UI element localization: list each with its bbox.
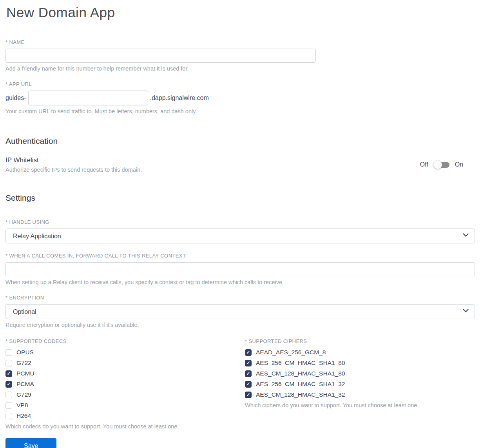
save-button[interactable]: Save <box>5 438 56 448</box>
codec-option-VP8[interactable]: VP8 <box>5 402 245 409</box>
checkbox-checked-icon[interactable] <box>245 381 252 388</box>
supported-codecs-label: * SUPPORTED CODECS <box>5 338 245 344</box>
ciphers-helper: Which ciphers do you want to support. Yo… <box>245 402 475 408</box>
supported-ciphers-group: * SUPPORTED CIPHERS AEAD_AES_256_GCM_8AE… <box>245 338 475 430</box>
ip-whitelist-helper: Authorize specific IPs to send requests … <box>5 167 142 173</box>
codec-option-PCMA[interactable]: PCMA <box>5 381 245 388</box>
supported-codecs-group: * SUPPORTED CODECS OPUSG722PCMUPCMAG729V… <box>5 338 245 430</box>
codecs-helper: Which codecs do you want to support. You… <box>5 423 245 430</box>
app-url-label: * APP URL <box>5 81 475 87</box>
cipher-option-AES_CM_128_HMAC_SHA1_80[interactable]: AES_CM_128_HMAC_SHA1_80 <box>245 370 475 377</box>
checkbox-unchecked-icon[interactable] <box>5 360 12 366</box>
checkbox-checked-icon[interactable] <box>5 370 12 377</box>
handle-using-group: * HANDLE USING Relay Application <box>5 219 475 243</box>
app-url-row: guides- .dapp.signalwire.com <box>5 91 475 105</box>
encryption-helper: Require encryption or optionally use it … <box>5 322 475 328</box>
codec-option-label: PCMA <box>16 381 34 388</box>
codec-option-G729[interactable]: G729 <box>5 391 245 398</box>
name-helper: Add a friendly name for this number to h… <box>5 65 475 72</box>
name-label: * NAME <box>5 39 475 45</box>
relay-context-group: * WHEN A CALL COMES IN, FORWARD CALL TO … <box>5 253 475 285</box>
cipher-option-AEAD_AES_256_GCM_8[interactable]: AEAD_AES_256_GCM_8 <box>245 349 475 356</box>
supported-ciphers-list: AEAD_AES_256_GCM_8AES_256_CM_HMAC_SHA1_8… <box>245 349 475 398</box>
cipher-option-AES_256_CM_HMAC_SHA1_32[interactable]: AES_256_CM_HMAC_SHA1_32 <box>245 381 475 388</box>
handle-using-select[interactable]: Relay Application <box>5 229 475 243</box>
cipher-option-label: AES_CM_128_HMAC_SHA1_80 <box>256 370 345 377</box>
name-field-group: * NAME Add a friendly name for this numb… <box>5 39 475 72</box>
toggle-on-label: On <box>455 161 463 168</box>
codec-option-label: PCMU <box>16 370 34 377</box>
cipher-option-label: AES_256_CM_HMAC_SHA1_32 <box>256 381 345 388</box>
app-url-suffix: .dapp.signalwire.com <box>150 94 208 102</box>
toggle-off-label: Off <box>420 161 428 168</box>
name-input[interactable] <box>5 49 316 63</box>
app-url-field-group: * APP URL guides- .dapp.signalwire.com Y… <box>5 81 475 114</box>
page-title: New Domain App <box>6 5 475 20</box>
ip-whitelist-label: IP Whitelist <box>5 156 142 164</box>
codec-option-label: G729 <box>16 391 31 398</box>
codec-option-label: OPUS <box>16 349 34 356</box>
checkbox-checked-icon[interactable] <box>245 360 252 366</box>
app-url-helper: Your custom URL to send traffic to. Must… <box>5 108 475 114</box>
new-domain-app-page: New Domain App * NAME Add a friendly nam… <box>0 0 482 448</box>
settings-section: Settings * HANDLE USING Relay Applicatio… <box>5 193 475 448</box>
codec-option-label: H264 <box>16 412 31 419</box>
checkbox-unchecked-icon[interactable] <box>5 349 12 356</box>
encryption-select[interactable]: Optional <box>5 304 475 319</box>
checkbox-checked-icon[interactable] <box>245 349 252 356</box>
checkbox-checked-icon[interactable] <box>245 392 252 398</box>
codec-option-OPUS[interactable]: OPUS <box>5 349 245 356</box>
app-url-input[interactable] <box>28 91 148 105</box>
cipher-option-AES_256_CM_HMAC_SHA1_80[interactable]: AES_256_CM_HMAC_SHA1_80 <box>245 359 475 366</box>
relay-context-label: * WHEN A CALL COMES IN, FORWARD CALL TO … <box>5 253 475 259</box>
toggle-thumb-icon <box>433 160 442 169</box>
authentication-heading: Authentication <box>5 136 475 146</box>
ip-whitelist-toggle[interactable] <box>433 160 450 169</box>
cipher-option-label: AEAD_AES_256_GCM_8 <box>256 349 326 356</box>
checkbox-unchecked-icon[interactable] <box>5 413 12 419</box>
supported-codecs-list: OPUSG722PCMUPCMAG729VP8H264 <box>5 349 245 419</box>
checkbox-unchecked-icon[interactable] <box>5 392 12 398</box>
checkbox-unchecked-icon[interactable] <box>5 402 12 409</box>
codec-option-H264[interactable]: H264 <box>5 412 245 419</box>
settings-heading: Settings <box>5 193 475 203</box>
cipher-option-AES_CM_128_HMAC_SHA1_32[interactable]: AES_CM_128_HMAC_SHA1_32 <box>245 391 475 398</box>
ip-whitelist-row: IP Whitelist Authorize specific IPs to s… <box>5 156 475 173</box>
relay-context-helper: When setting up a Relay client to receiv… <box>5 279 475 285</box>
ip-whitelist-text: IP Whitelist Authorize specific IPs to s… <box>5 156 142 173</box>
checkbox-checked-icon[interactable] <box>245 370 252 377</box>
app-url-prefix: guides- <box>5 94 26 102</box>
relay-context-input[interactable] <box>5 262 475 276</box>
encryption-group: * ENCRYPTION Optional Require encryption… <box>5 295 475 328</box>
cipher-option-label: AES_256_CM_HMAC_SHA1_80 <box>256 359 345 366</box>
supported-ciphers-label: * SUPPORTED CIPHERS <box>245 338 475 344</box>
handle-using-label: * HANDLE USING <box>5 219 475 225</box>
ip-whitelist-toggle-group: Off On <box>420 160 463 169</box>
codec-option-G722[interactable]: G722 <box>5 359 245 366</box>
codec-option-label: VP8 <box>16 402 28 409</box>
authentication-section: Authentication IP Whitelist Authorize sp… <box>5 136 475 173</box>
cipher-option-label: AES_CM_128_HMAC_SHA1_32 <box>256 391 345 398</box>
codec-option-PCMU[interactable]: PCMU <box>5 370 245 377</box>
codecs-ciphers-columns: * SUPPORTED CODECS OPUSG722PCMUPCMAG729V… <box>5 338 475 430</box>
codec-option-label: G722 <box>16 359 31 366</box>
checkbox-checked-icon[interactable] <box>5 381 12 388</box>
encryption-label: * ENCRYPTION <box>5 295 475 301</box>
